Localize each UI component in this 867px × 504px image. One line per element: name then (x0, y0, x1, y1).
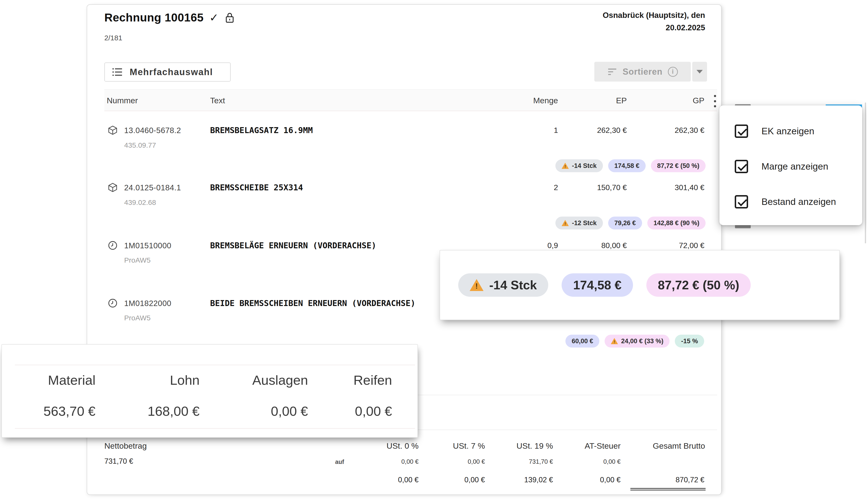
item-subnumber: ProAW5 (124, 256, 151, 264)
marge-badge-label: 87,72 € (50 %) (658, 278, 739, 292)
clock-icon (107, 240, 118, 251)
tax-base-value: 731,70 € (529, 458, 553, 465)
item-ep: 150,70 € (597, 183, 627, 192)
tax-base-value: 0,00 € (468, 458, 485, 465)
marge-badge-label: 24,00 € (33 %) (621, 338, 663, 345)
menu-item-label: Marge anzeigen (761, 161, 828, 172)
item-number: 1M01510000 (124, 241, 171, 250)
info-icon (668, 67, 678, 77)
ek-badge-label: 174,58 € (614, 162, 640, 169)
view-options-popover: EK anzeigen Marge anzeigen Bestand anzei… (719, 106, 862, 225)
badge-zoom-callout: -14 Stck 174,58 € 87,72 € (50 %) (440, 250, 840, 320)
gross-total-underline (630, 488, 706, 490)
menu-item-ek-anzeigen[interactable]: EK anzeigen (735, 124, 814, 138)
item-menge: 1 (554, 126, 558, 135)
column-header-gp: GP (693, 96, 704, 105)
discount-badge-label: -15 % (681, 338, 698, 345)
stock-badge-label: -14 Stck (572, 162, 597, 169)
summary-col-label: Material (2, 372, 96, 388)
lock-icon (224, 12, 235, 24)
warning-icon (611, 338, 618, 344)
gross-header: Gesamt Brutto (653, 441, 705, 451)
tax-base-value: 0,00 € (603, 458, 621, 465)
check-icon: ✓ (210, 11, 219, 24)
marge-badge-label: 87,72 € (50 %) (657, 162, 699, 169)
multiselect-label: Mehrfachauswahl (130, 67, 213, 77)
tax-col-header: USt. 7 % (453, 441, 485, 451)
item-description: BREMSBELÄGE ERNEUERN (VORDERACHSE) (210, 241, 376, 250)
item-description: BREMSSCHEIBE 25X314 (210, 183, 303, 192)
item-subnumber: ProAW5 (124, 314, 151, 322)
ek-badge-label: 174,58 € (573, 278, 621, 292)
item-number: 13.0460-5678.2 (124, 126, 181, 135)
summary-col-value: 168,00 € (106, 403, 200, 419)
tax-base-value: 0,00 € (402, 458, 419, 465)
marge-badge-label: 142,88 € (90 %) (654, 219, 699, 227)
item-ep: 262,30 € (597, 126, 627, 135)
date-line: 20.02.2025 (603, 21, 705, 34)
item-gp: 301,40 € (675, 183, 704, 192)
column-header-menge: Menge (533, 96, 558, 105)
divider (15, 365, 415, 365)
summary-col-value: 0,00 € (299, 403, 392, 419)
item-gp: 72,00 € (679, 241, 704, 250)
stock-badge-label: -12 Stck (572, 219, 597, 227)
menu-item-marge-anzeigen[interactable]: Marge anzeigen (735, 160, 828, 173)
list-icon (112, 67, 123, 77)
column-header-text: Text (210, 96, 225, 105)
netto-value: 731,70 € (104, 457, 133, 465)
discount-badge: -15 % (675, 335, 704, 348)
auf-label: auf (335, 458, 344, 465)
netto-label: Nettobetrag (104, 441, 147, 451)
item-badges: -12 Stck 79,26 € 142,88 € (90 %) (555, 217, 706, 229)
summary-col-value: 0,00 € (214, 403, 308, 419)
marge-badge-large: 87,72 € (50 %) (646, 273, 751, 297)
warning-icon (561, 220, 569, 226)
column-header-ep: EP (616, 96, 627, 105)
summary-col-label: Lohn (106, 372, 200, 388)
item-badges: 60,00 € 24,00 € (33 %) -15 % (565, 335, 704, 348)
location-line: Osnabrück (Hauptsitz), den (603, 9, 705, 21)
sort-button[interactable]: Sortieren (594, 62, 691, 81)
warning-icon (470, 279, 483, 291)
checkbox-checked-icon[interactable] (735, 195, 748, 208)
package-icon (107, 182, 118, 193)
item-ep: 80,00 € (601, 241, 627, 250)
checkbox-checked-icon[interactable] (735, 160, 748, 173)
item-badges: -14 Stck 174,58 € 87,72 € (50 %) (555, 159, 706, 172)
tax-col-header: USt. 0 % (387, 441, 419, 451)
item-gp: 262,30 € (675, 126, 704, 135)
menu-item-label: EK anzeigen (761, 126, 814, 136)
stock-badge: -14 Stck (555, 159, 603, 172)
item-number: 24.0125-0184.1 (124, 183, 181, 192)
summary-col-label: Auslagen (214, 372, 308, 388)
tax-amount-value: 0,00 € (398, 475, 419, 484)
chevron-down-icon (696, 70, 703, 74)
invoice-header: Rechnung 100165 ✓ (104, 11, 235, 24)
cost-summary-callout: Material Lohn Auslagen Reifen 563,70 € 1… (1, 344, 418, 438)
item-subnumber: 435.09.77 (124, 141, 156, 149)
column-header-nummer: Nummer (107, 96, 138, 105)
location-date: Osnabrück (Hauptsitz), den 20.02.2025 (603, 9, 705, 34)
column-options-kebab-icon[interactable] (710, 95, 720, 107)
warning-icon (561, 163, 569, 169)
ek-badge: 79,26 € (608, 217, 642, 229)
sort-control: Sortieren (594, 62, 707, 81)
sort-dropdown-button[interactable] (692, 62, 707, 81)
stock-badge-label: -14 Stck (489, 278, 537, 292)
ek-badge-large: 174,58 € (561, 273, 633, 297)
menu-item-label: Bestand anzeigen (761, 197, 836, 207)
divider (15, 428, 415, 429)
item-description: BREMSBELAGSATZ 16.9MM (210, 125, 313, 135)
menu-item-bestand-anzeigen[interactable]: Bestand anzeigen (735, 195, 836, 209)
ek-badge: 174,58 € (608, 159, 646, 172)
ek-badge: 60,00 € (565, 335, 599, 348)
summary-col-value: 563,70 € (2, 403, 96, 419)
screenshot-root: Rechnung 100165 ✓ 2/181 Osnabrück (Haupt… (0, 0, 867, 504)
sort-icon (607, 68, 617, 76)
multiselect-button[interactable]: Mehrfachauswahl (104, 63, 231, 81)
marge-badge: 87,72 € (50 %) (651, 159, 706, 172)
item-menge: 2 (554, 183, 558, 192)
package-icon (107, 125, 118, 135)
checkbox-checked-icon[interactable] (735, 124, 748, 138)
